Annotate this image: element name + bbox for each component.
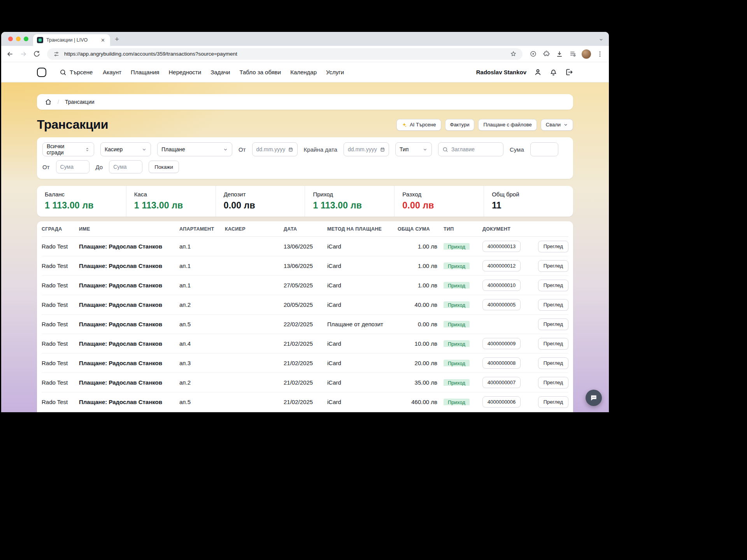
reload-icon[interactable] xyxy=(32,50,41,58)
building-link[interactable]: Rado Test xyxy=(42,360,68,366)
downloads-icon[interactable] xyxy=(555,50,564,58)
apartment-link[interactable]: ап.3 xyxy=(179,360,191,366)
nav-item-services[interactable]: Услуги xyxy=(326,69,344,75)
profile-avatar[interactable] xyxy=(582,49,591,59)
date-cell: 13/06/2025 xyxy=(284,262,327,269)
header-search[interactable]: Търсене xyxy=(60,69,93,76)
view-button[interactable]: Преглед xyxy=(538,318,568,330)
payment-filter-select[interactable]: Плащане xyxy=(157,142,232,156)
start-date-placeholder: dd.mm.yyyy xyxy=(256,146,286,152)
end-date-input[interactable]: dd.mm.yyyy xyxy=(344,142,389,156)
pinned-extension-icon[interactable] xyxy=(529,50,537,58)
view-button[interactable]: Преглед xyxy=(538,280,568,291)
building-link[interactable]: Rado Test xyxy=(42,282,68,289)
transaction-name-link[interactable]: Плащане: Радослав Станков xyxy=(79,301,162,308)
nav-item-notice-board[interactable]: Табло за обяви xyxy=(240,69,281,75)
building-link[interactable]: Rado Test xyxy=(42,340,68,347)
tab-list-chevron-icon[interactable] xyxy=(599,37,603,42)
new-tab-button[interactable]: + xyxy=(115,35,119,43)
transaction-name-link[interactable]: Плащане: Радослав Станков xyxy=(79,243,162,250)
notifications-bell-icon[interactable] xyxy=(549,68,558,76)
nav-item-payments[interactable]: Плащания xyxy=(131,69,159,75)
table-row: Rado Test Плащане: Радослав Станков ап.2… xyxy=(42,373,568,392)
logout-icon[interactable] xyxy=(565,68,573,76)
site-info-icon[interactable] xyxy=(52,50,61,58)
media-controls-icon[interactable] xyxy=(568,50,577,58)
user-profile-icon[interactable] xyxy=(534,68,542,76)
document-chip[interactable]: 4000000012 xyxy=(482,260,521,271)
transaction-name-link[interactable]: Плащане: Радослав Станков xyxy=(79,262,162,269)
close-window-button[interactable] xyxy=(8,37,13,41)
document-chip[interactable]: 4000000007 xyxy=(482,377,521,388)
nav-item-tasks[interactable]: Задачи xyxy=(210,69,230,75)
user-name[interactable]: Radoslav Stankov xyxy=(476,69,526,75)
document-chip[interactable]: 4000000010 xyxy=(482,280,521,291)
apartment-link[interactable]: ап.5 xyxy=(179,321,191,327)
download-button[interactable]: Свали xyxy=(541,119,573,131)
amount-to-input[interactable]: Сума xyxy=(109,160,142,173)
view-button[interactable]: Преглед xyxy=(538,338,568,350)
transaction-name-link[interactable]: Плащане: Радослав Станков xyxy=(79,399,162,405)
payment-files-button[interactable]: Плащане с файлове xyxy=(478,119,537,131)
extensions-puzzle-icon[interactable] xyxy=(542,50,551,58)
amount-input[interactable] xyxy=(530,142,558,156)
app-logo[interactable] xyxy=(37,68,46,77)
browser-tab[interactable]: Трансакции | LIVO ✕ xyxy=(33,34,110,46)
building-link[interactable]: Rado Test xyxy=(42,262,68,269)
url-text[interactable]: https://app.angrybuilding.com/accounts/3… xyxy=(64,51,505,57)
apartment-link[interactable]: ап.1 xyxy=(179,262,191,269)
apartment-link[interactable]: ап.1 xyxy=(179,282,191,289)
document-chip[interactable]: 4000000008 xyxy=(482,357,521,369)
apartment-link[interactable]: ап.2 xyxy=(179,379,191,386)
ai-search-button[interactable]: AI Търсене xyxy=(396,119,441,131)
view-button[interactable]: Преглед xyxy=(538,260,568,272)
nav-item-account[interactable]: Акаунт xyxy=(103,69,121,75)
building-link[interactable]: Rado Test xyxy=(42,379,68,386)
document-chip[interactable]: 4000000013 xyxy=(482,241,521,252)
view-button[interactable]: Преглед xyxy=(538,396,568,408)
document-chip[interactable]: 4000000009 xyxy=(482,338,521,349)
maximize-window-button[interactable] xyxy=(24,37,28,41)
building-filter-select[interactable]: Всички сгради xyxy=(42,142,94,156)
chat-launcher-button[interactable] xyxy=(586,390,602,406)
building-link[interactable]: Rado Test xyxy=(42,301,68,308)
document-chip[interactable]: 4000000005 xyxy=(482,299,521,310)
bookmark-star-icon[interactable] xyxy=(509,50,517,58)
start-date-input[interactable]: dd.mm.yyyy xyxy=(252,142,298,156)
type-filter-select[interactable]: Тип xyxy=(395,142,432,156)
app-header: Търсене Акаунт Плащания Нередности Задач… xyxy=(1,62,609,82)
apartment-link[interactable]: ап.5 xyxy=(179,399,191,405)
building-link[interactable]: Rado Test xyxy=(42,321,68,327)
apartment-link[interactable]: ап.4 xyxy=(179,340,191,347)
title-search-input[interactable]: Заглавие xyxy=(438,142,503,156)
back-icon[interactable] xyxy=(6,50,14,58)
transaction-name-link[interactable]: Плащане: Радослав Станков xyxy=(79,321,162,327)
building-link[interactable]: Rado Test xyxy=(42,243,68,250)
apartment-link[interactable]: ап.2 xyxy=(179,301,191,308)
view-button[interactable]: Преглед xyxy=(538,299,568,311)
document-chip[interactable]: 4000000006 xyxy=(482,396,521,408)
nav-item-irregularities[interactable]: Нередности xyxy=(168,69,201,75)
view-button[interactable]: Преглед xyxy=(538,357,568,369)
building-link[interactable]: Rado Test xyxy=(42,399,68,405)
browser-menu-icon[interactable] xyxy=(596,50,604,58)
transaction-name-link[interactable]: Плащане: Радослав Станков xyxy=(79,340,162,347)
view-button[interactable]: Преглед xyxy=(538,241,568,252)
tab-close-icon[interactable]: ✕ xyxy=(100,37,106,44)
minimize-window-button[interactable] xyxy=(16,37,21,41)
home-icon[interactable] xyxy=(45,98,52,105)
cashier-filter-select[interactable]: Касиер xyxy=(100,142,151,156)
amount-from-input[interactable]: Сума xyxy=(56,160,89,173)
main-nav: Акаунт Плащания Нередности Задачи Табло … xyxy=(103,69,344,75)
apartment-link[interactable]: ап.1 xyxy=(179,243,191,250)
transaction-name-link[interactable]: Плащане: Радослав Станков xyxy=(79,282,162,289)
show-button[interactable]: Покажи xyxy=(149,161,179,173)
view-button[interactable]: Преглед xyxy=(538,377,568,388)
transaction-name-link[interactable]: Плащане: Радослав Станков xyxy=(79,360,162,366)
payment-method-cell: iCard xyxy=(327,282,398,289)
transaction-name-link[interactable]: Плащане: Радослав Станков xyxy=(79,379,162,386)
forward-icon[interactable] xyxy=(19,50,28,58)
address-bar[interactable]: https://app.angrybuilding.com/accounts/3… xyxy=(47,48,523,60)
nav-item-calendar[interactable]: Календар xyxy=(290,69,317,75)
invoices-button[interactable]: Фактури xyxy=(445,119,475,131)
